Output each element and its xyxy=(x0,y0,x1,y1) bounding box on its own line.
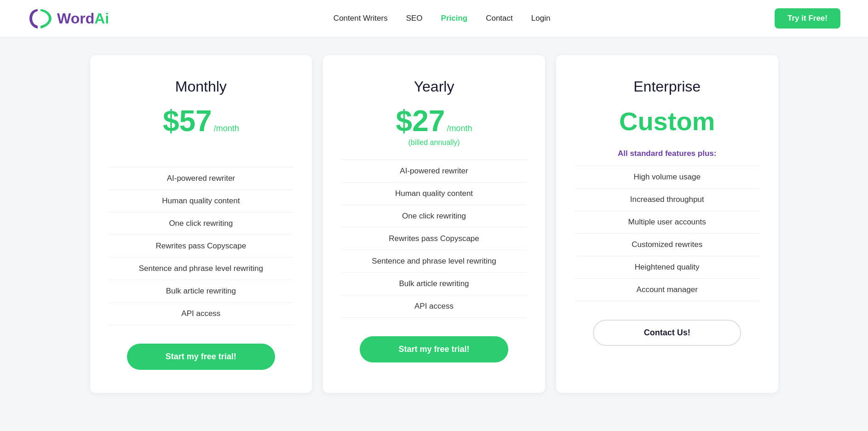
enterprise-features-list: High volume usage Increased throughput M… xyxy=(575,166,760,301)
yearly-billed-note: (billed annually) xyxy=(408,138,460,147)
monthly-features-list: AI-powered rewriter Human quality conten… xyxy=(109,167,294,325)
yearly-price-row: $27 /month xyxy=(396,106,472,136)
list-item: Rewrites pass Copyscape xyxy=(109,235,294,258)
svg-text:a: a xyxy=(36,15,39,22)
pricing-cards: Monthly $57 /month AI-powered rewriter H… xyxy=(66,55,802,393)
svg-text:c: c xyxy=(44,18,46,23)
monthly-cta-button[interactable]: Start my free trial! xyxy=(127,344,275,370)
list-item: AI-powered rewriter xyxy=(341,160,527,183)
main-nav: Content Writers SEO Pricing Contact Logi… xyxy=(333,14,551,23)
svg-text:b: b xyxy=(40,15,43,19)
yearly-price-main: $27 xyxy=(396,106,445,136)
pricing-section: Monthly $57 /month AI-powered rewriter H… xyxy=(0,37,868,431)
nav-content-writers[interactable]: Content Writers xyxy=(333,14,388,23)
list-item: Rewrites pass Copyscape xyxy=(341,228,527,250)
list-item: One click rewriting xyxy=(109,213,294,235)
list-item: Sentence and phrase level rewriting xyxy=(341,250,527,273)
list-item: AI-powered rewriter xyxy=(109,167,294,190)
enterprise-plan-card: Enterprise Custom All standard features … xyxy=(556,55,778,393)
logo-word: Word xyxy=(57,10,94,27)
monthly-price-main: $57 xyxy=(163,106,212,136)
list-item: Bulk article rewriting xyxy=(109,280,294,303)
list-item: API access xyxy=(341,295,527,318)
nav-contact[interactable]: Contact xyxy=(486,14,513,23)
header: a b c WordAi Content Writers SEO Pricing… xyxy=(0,0,868,37)
monthly-plan-title: Monthly xyxy=(175,78,227,95)
monthly-plan-card: Monthly $57 /month AI-powered rewriter H… xyxy=(90,55,312,393)
yearly-plan-title: Yearly xyxy=(414,78,454,95)
list-item: API access xyxy=(109,303,294,325)
list-item: Bulk article rewriting xyxy=(341,273,527,295)
list-item: One click rewriting xyxy=(341,205,527,228)
list-item: Heightened quality xyxy=(575,256,760,279)
list-item: Sentence and phrase level rewriting xyxy=(109,258,294,280)
yearly-features-list: AI-powered rewriter Human quality conten… xyxy=(341,160,527,318)
list-item: Multiple user accounts xyxy=(575,211,760,234)
yearly-plan-card: Yearly $27 /month (billed annually) AI-p… xyxy=(323,55,545,393)
list-item: Customized rewrites xyxy=(575,234,760,256)
nav-pricing[interactable]: Pricing xyxy=(441,14,468,23)
list-item: High volume usage xyxy=(575,166,760,189)
enterprise-features-label: All standard features plus: xyxy=(618,149,716,158)
logo-icon: a b c xyxy=(28,6,53,31)
nav-seo[interactable]: SEO xyxy=(406,14,423,23)
logo-text: WordAi xyxy=(57,10,109,27)
try-free-button[interactable]: Try it Free! xyxy=(775,8,840,29)
list-item: Increased throughput xyxy=(575,189,760,211)
logo: a b c WordAi xyxy=(28,6,109,31)
enterprise-custom-price: Custom xyxy=(619,106,715,136)
list-item: Human quality content xyxy=(341,183,527,205)
list-item: Human quality content xyxy=(109,190,294,213)
nav-login[interactable]: Login xyxy=(531,14,551,23)
list-item: Account manager xyxy=(575,279,760,301)
yearly-price-period: /month xyxy=(447,121,472,136)
logo-ai: Ai xyxy=(94,10,109,27)
monthly-price-row: $57 /month xyxy=(163,106,239,136)
enterprise-plan-title: Enterprise xyxy=(633,78,701,95)
enterprise-contact-button[interactable]: Contact Us! xyxy=(593,320,741,346)
yearly-cta-button[interactable]: Start my free trial! xyxy=(360,336,508,362)
monthly-price-period: /month xyxy=(214,121,239,136)
